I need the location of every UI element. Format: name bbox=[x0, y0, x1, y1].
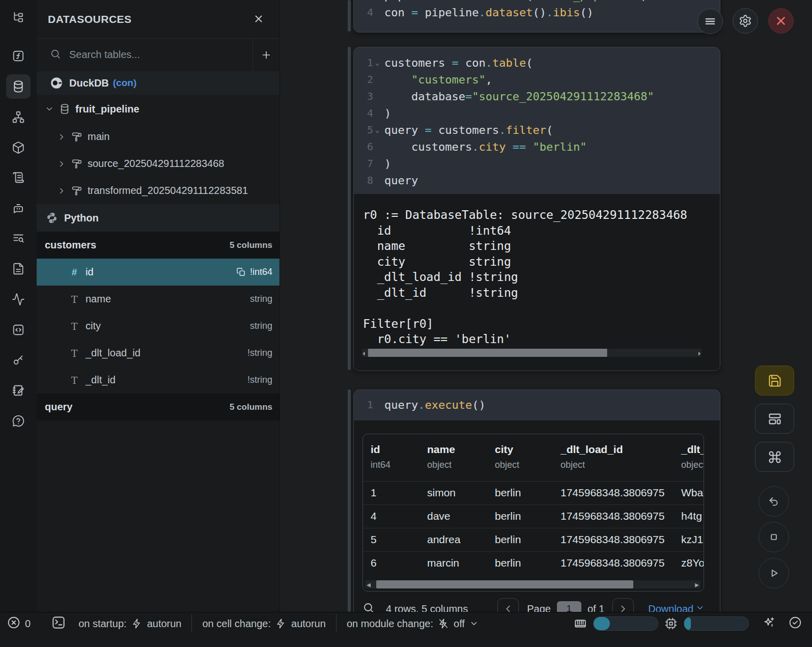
search-input[interactable] bbox=[68, 48, 253, 61]
table-query-row[interactable]: query5 columns bbox=[37, 393, 279, 420]
layout-button[interactable] bbox=[755, 404, 794, 434]
command-palette-button[interactable] bbox=[755, 442, 794, 472]
undo-button[interactable] bbox=[759, 486, 789, 517]
table-horizontal-scrollbar[interactable]: ◂ ▸ bbox=[365, 580, 701, 588]
result-column-header[interactable]: city bbox=[495, 443, 513, 456]
scroll-left-arrow[interactable]: ◂ bbox=[365, 580, 372, 588]
rail-network-button[interactable] bbox=[6, 105, 31, 129]
code-line-3[interactable]: 3 database="source_202504291112283468" bbox=[354, 88, 720, 105]
rail-file-text-button[interactable] bbox=[6, 257, 31, 281]
result-table[interactable]: idint64nameobjectcityobject_dlt_load_ido… bbox=[362, 434, 704, 592]
icon-rail bbox=[0, 0, 37, 612]
close-icon bbox=[253, 17, 264, 26]
result-column-header[interactable]: name bbox=[427, 443, 455, 456]
code-line-3[interactable]: 3pipeline = dlt.attach("fruit_pipeline") bbox=[354, 0, 720, 4]
scroll-track[interactable] bbox=[366, 349, 698, 357]
code-line-4[interactable]: 4) bbox=[354, 105, 720, 122]
code-line-8[interactable]: 8query bbox=[354, 172, 720, 189]
text-type-icon: T bbox=[69, 348, 79, 359]
settings-button[interactable] bbox=[733, 8, 758, 34]
column-name: _dlt_id bbox=[86, 374, 116, 386]
code-cell-2[interactable]: 1⌄customers = con.table(2 "customers",3 … bbox=[353, 47, 720, 371]
column-count-badge: 5 columns bbox=[230, 240, 272, 250]
fold-chevron-icon[interactable]: ⌄ bbox=[375, 54, 379, 71]
result-column-header[interactable]: id bbox=[371, 443, 380, 456]
check-circle-icon bbox=[789, 616, 802, 629]
rail-database-button[interactable] bbox=[6, 74, 31, 99]
rail-help-circle-button[interactable] bbox=[6, 409, 31, 433]
fold-chevron-icon[interactable]: ⌄ bbox=[375, 122, 379, 138]
stop-button[interactable] bbox=[759, 522, 789, 552]
save-button[interactable] bbox=[755, 365, 794, 396]
scroll-track[interactable] bbox=[372, 580, 693, 588]
result-column-header[interactable]: _dlt_load_id bbox=[561, 443, 623, 456]
code-line-5[interactable]: 5⌄query = customers.filter( bbox=[354, 122, 720, 138]
rail-activity-button[interactable] bbox=[6, 287, 31, 312]
column-name-row[interactable]: Tnamestring bbox=[37, 286, 279, 313]
result-cell: berlin bbox=[495, 533, 521, 546]
rail-list-search-button[interactable] bbox=[6, 226, 31, 250]
horizontal-scrollbar[interactable]: ◂ ▸ bbox=[362, 349, 702, 357]
ai-sparkles-button[interactable] bbox=[762, 616, 775, 632]
rail-bot-button[interactable] bbox=[6, 195, 31, 220]
rail-scroll-text-button[interactable] bbox=[6, 165, 31, 190]
scroll-left-arrow[interactable]: ◂ bbox=[362, 349, 366, 357]
code-line-4[interactable]: 4con = pipeline.dataset().ibis() bbox=[354, 4, 720, 21]
table-customers-row[interactable]: customers5 columns bbox=[37, 232, 279, 259]
result-column-type: object bbox=[427, 460, 452, 470]
network-icon bbox=[12, 110, 25, 124]
panel-title: DATASOURCES bbox=[48, 13, 132, 25]
errors-indicator[interactable]: 0 bbox=[7, 616, 31, 632]
tree-label: transformed_202504291112283581 bbox=[88, 185, 248, 196]
add-datasource-button[interactable] bbox=[253, 38, 279, 71]
shutdown-button[interactable] bbox=[768, 8, 794, 34]
rail-code-square-button[interactable] bbox=[6, 318, 31, 342]
datasource-duckdb-row[interactable]: DuckDB(con) bbox=[37, 71, 279, 95]
scroll-right-arrow[interactable]: ▸ bbox=[693, 580, 701, 588]
rail-key-button[interactable] bbox=[6, 348, 31, 372]
result-table-row[interactable]: 1simonberlin1745968348.3806975Wba bbox=[363, 481, 704, 504]
rail-function-square-button[interactable] bbox=[6, 44, 31, 68]
package-icon bbox=[12, 141, 25, 154]
tree-item-main[interactable]: main bbox=[37, 123, 279, 150]
connection-status-icon[interactable] bbox=[789, 616, 802, 632]
line-number: 7 bbox=[359, 155, 373, 172]
scroll-thumb[interactable] bbox=[376, 580, 633, 588]
result-cell: 1745968348.3806975 bbox=[561, 533, 664, 546]
statusbar-item-autorun[interactable]: on startup:autorun bbox=[78, 618, 181, 630]
tree-item-fruit_pipeline[interactable]: fruit_pipeline bbox=[37, 95, 279, 123]
column-id-row[interactable]: #id!int64 bbox=[37, 259, 279, 286]
column-city-row[interactable]: Tcitystring bbox=[37, 313, 279, 340]
menu-button[interactable] bbox=[697, 9, 723, 34]
result-table-row[interactable]: 4daveberlin1745968348.3806975h4tg bbox=[363, 504, 704, 528]
statusbar-value: autorun bbox=[291, 618, 326, 630]
terminal-button[interactable] bbox=[51, 615, 66, 633]
rail-file-tree-button[interactable] bbox=[6, 6, 31, 30]
code-line-2[interactable]: 2 "customers", bbox=[354, 71, 720, 88]
result-table-row[interactable]: 5andreaberlin1745968348.3806975kzJ1 bbox=[363, 528, 704, 551]
scroll-thumb[interactable] bbox=[368, 349, 607, 357]
close-panel-button[interactable] bbox=[253, 13, 264, 26]
code-line-1[interactable]: 1⌄customers = con.table( bbox=[354, 54, 720, 71]
terminal-icon bbox=[51, 615, 66, 630]
column-_dlt_load_id-row[interactable]: T_dlt_load_id!string bbox=[37, 340, 279, 367]
code-line-6[interactable]: 6 customers.city == "berlin" bbox=[354, 138, 720, 155]
scroll-right-arrow[interactable]: ▸ bbox=[698, 349, 702, 357]
code-line-7[interactable]: 7) bbox=[354, 155, 720, 172]
rail-package-button[interactable] bbox=[6, 135, 31, 160]
datasource-python-row[interactable]: Python bbox=[37, 204, 279, 232]
tree-item-transformed_202504291112283581[interactable]: transformed_202504291112283581 bbox=[37, 177, 279, 204]
column-name: _dlt_load_id bbox=[86, 347, 141, 359]
column-type: string bbox=[250, 294, 272, 304]
rail-notebook-pen-button[interactable] bbox=[6, 378, 31, 403]
statusbar-item-off[interactable]: on module change:off bbox=[347, 618, 479, 630]
column-_dlt_id-row[interactable]: T_dlt_id!string bbox=[37, 367, 279, 393]
run-button[interactable] bbox=[759, 558, 789, 588]
result-table-row[interactable]: 6marcinberlin1745968348.3806975z8Yo bbox=[363, 551, 704, 575]
copy-icon[interactable] bbox=[236, 267, 246, 277]
code-line-1[interactable]: 1query.execute() bbox=[354, 397, 720, 413]
tree-item-source_202504291112283468[interactable]: source_202504291112283468 bbox=[37, 150, 279, 177]
result-column-header[interactable]: _dlt_id bbox=[681, 443, 704, 456]
statusbar-item-autorun[interactable]: on cell change:autorun bbox=[202, 618, 325, 630]
code-cell-1[interactable]: 3pipeline = dlt.attach("fruit_pipeline")… bbox=[353, 0, 720, 33]
